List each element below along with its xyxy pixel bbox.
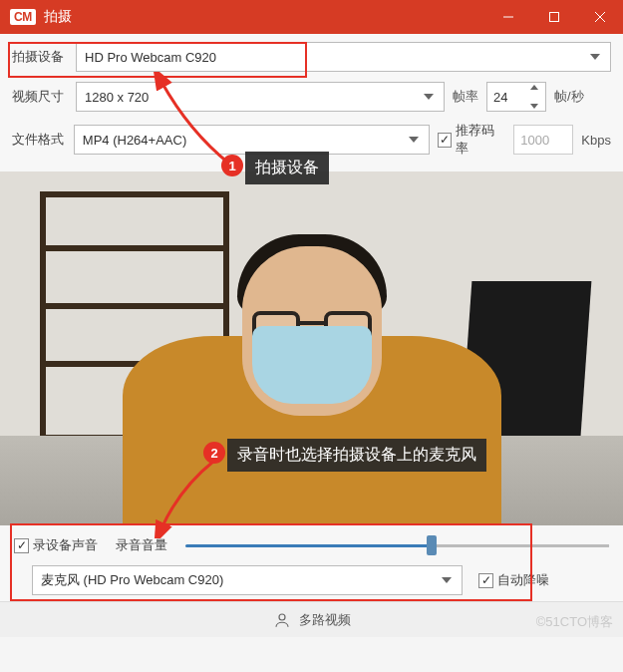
microphone-select[interactable]: 麦克风 (HD Pro Webcam C920) bbox=[32, 565, 463, 595]
recommended-bitrate-label: 推荐码率 bbox=[456, 122, 505, 158]
format-value: MP4 (H264+AAC) bbox=[83, 133, 186, 148]
record-device-sound-checkbox[interactable]: 录设备声音 bbox=[14, 536, 98, 554]
video-size-label: 视频尺寸 bbox=[12, 88, 68, 106]
maximize-button[interactable] bbox=[531, 0, 577, 34]
person-icon bbox=[273, 611, 291, 629]
svg-point-4 bbox=[279, 614, 285, 620]
multi-video-button[interactable]: 多路视频 bbox=[299, 611, 351, 629]
bitrate-input[interactable]: 1000 bbox=[513, 125, 573, 155]
checkbox-icon bbox=[478, 573, 493, 588]
auto-denoise-checkbox[interactable]: 自动降噪 bbox=[478, 571, 549, 589]
annotation-badge-2: 2 bbox=[203, 442, 225, 464]
volume-slider[interactable] bbox=[185, 535, 609, 555]
watermark: ©51CTO博客 bbox=[536, 613, 613, 631]
device-select[interactable]: HD Pro Webcam C920 bbox=[76, 42, 611, 72]
chevron-down-icon[interactable] bbox=[530, 104, 538, 109]
annotation-callout-1: 拍摄设备 bbox=[245, 152, 329, 184]
camera-preview bbox=[0, 171, 623, 525]
bitrate-value: 1000 bbox=[520, 133, 549, 148]
annotation-badge-1: 1 bbox=[221, 155, 243, 176]
volume-label: 录音音量 bbox=[116, 536, 167, 554]
format-select[interactable]: MP4 (H264+AAC) bbox=[74, 125, 430, 155]
record-device-sound-label: 录设备声音 bbox=[33, 536, 98, 554]
checkbox-icon bbox=[438, 133, 452, 148]
annotation-callout-2: 录音时也选择拍摄设备上的麦克风 bbox=[227, 439, 486, 472]
device-value: HD Pro Webcam C920 bbox=[85, 50, 216, 65]
checkbox-icon bbox=[14, 538, 29, 553]
device-label: 拍摄设备 bbox=[12, 48, 68, 66]
video-size-value: 1280 x 720 bbox=[85, 90, 149, 105]
format-label: 文件格式 bbox=[12, 131, 66, 149]
fps-spinner[interactable]: 24 bbox=[486, 82, 546, 112]
audio-panel: 录设备声音 录音音量 麦克风 (HD Pro Webcam C920) 自动降噪 bbox=[0, 525, 623, 601]
app-logo: CM bbox=[10, 9, 36, 25]
slider-thumb-icon[interactable] bbox=[427, 535, 437, 555]
close-button[interactable] bbox=[577, 0, 623, 34]
video-size-select[interactable]: 1280 x 720 bbox=[76, 82, 445, 112]
chevron-up-icon[interactable] bbox=[530, 85, 538, 90]
recommended-bitrate-checkbox[interactable]: 推荐码率 bbox=[438, 122, 505, 158]
auto-denoise-label: 自动降噪 bbox=[497, 571, 549, 589]
window-title: 拍摄 bbox=[44, 8, 485, 26]
microphone-value: 麦克风 (HD Pro Webcam C920) bbox=[41, 571, 223, 589]
fps-value: 24 bbox=[493, 90, 507, 105]
bitrate-unit: Kbps bbox=[581, 133, 611, 148]
fps-label: 帧率 bbox=[453, 88, 478, 106]
fps-unit: 帧/秒 bbox=[554, 88, 584, 106]
footer-bar: 多路视频 ©51CTO博客 bbox=[0, 601, 623, 637]
svg-rect-1 bbox=[550, 13, 559, 22]
titlebar: CM 拍摄 bbox=[0, 0, 623, 34]
minimize-button[interactable] bbox=[485, 0, 531, 34]
